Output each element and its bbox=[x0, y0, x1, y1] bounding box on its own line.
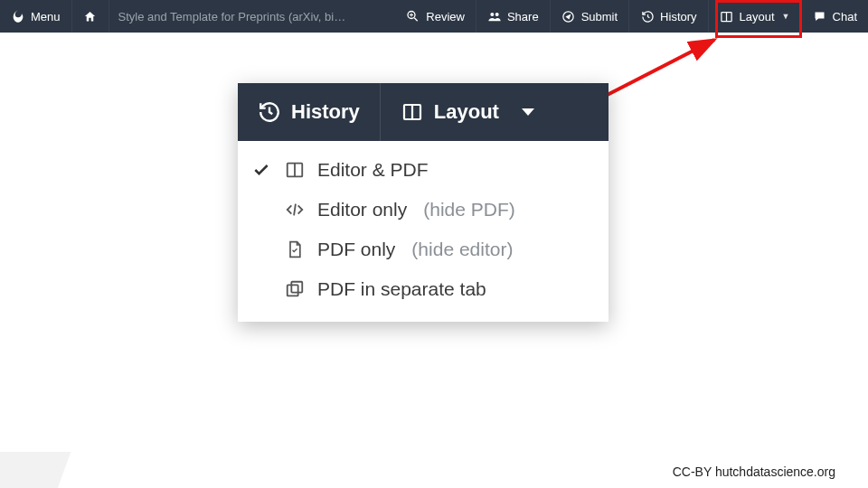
review-icon bbox=[406, 9, 420, 23]
attribution-text: CC-BY hutchdatascience.org bbox=[673, 465, 835, 479]
review-button[interactable]: Review bbox=[395, 0, 476, 33]
menu-item-editor-and-pdf[interactable]: Editor & PDF bbox=[238, 150, 609, 190]
menu-item-label: Editor & PDF bbox=[317, 159, 429, 181]
share-icon bbox=[487, 9, 502, 23]
layout-icon bbox=[401, 100, 424, 124]
svg-point-2 bbox=[495, 13, 499, 16]
project-title[interactable]: Style and Template for Preprints (arXiv,… bbox=[109, 0, 355, 33]
history-button[interactable]: History bbox=[629, 0, 708, 33]
svg-rect-12 bbox=[291, 282, 302, 293]
history-icon bbox=[258, 100, 281, 124]
split-icon bbox=[283, 160, 307, 180]
chat-label: Chat bbox=[833, 10, 857, 23]
panel-layout-tab[interactable]: Layout bbox=[381, 83, 554, 141]
decorative-shape bbox=[0, 452, 71, 488]
submit-label: Submit bbox=[581, 10, 618, 23]
menu-item-label: PDF in separate tab bbox=[317, 278, 486, 300]
share-label: Share bbox=[507, 10, 539, 23]
menu-item-pdf-only[interactable]: PDF only (hide editor) bbox=[238, 230, 609, 269]
menu-item-label: Editor only bbox=[317, 199, 407, 221]
submit-icon bbox=[561, 9, 576, 23]
home-icon bbox=[83, 9, 98, 23]
panel-layout-label: Layout bbox=[434, 100, 499, 124]
window-icon bbox=[283, 279, 307, 299]
layout-panel: History Layout Editor & PDF Edi bbox=[238, 83, 609, 322]
layout-icon bbox=[720, 9, 734, 23]
panel-history-tab[interactable]: History bbox=[238, 83, 381, 141]
chevron-down-icon bbox=[522, 108, 534, 116]
home-button[interactable] bbox=[72, 0, 109, 33]
chat-icon bbox=[813, 9, 827, 23]
svg-point-1 bbox=[490, 13, 494, 16]
menu-item-editor-only[interactable]: Editor only (hide PDF) bbox=[238, 190, 609, 230]
history-label: History bbox=[660, 10, 696, 23]
pdf-icon bbox=[283, 239, 307, 259]
menu-label: Menu bbox=[31, 10, 61, 23]
menu-item-pdf-separate-tab[interactable]: PDF in separate tab bbox=[238, 269, 609, 309]
top-toolbar: Menu Style and Template for Preprints (a… bbox=[0, 0, 868, 33]
chevron-down-icon: ▼ bbox=[782, 12, 790, 21]
menu-item-label: PDF only bbox=[317, 239, 395, 260]
panel-history-label: History bbox=[291, 100, 360, 124]
overleaf-icon bbox=[11, 9, 25, 23]
code-icon bbox=[283, 200, 307, 220]
layout-menu: Editor & PDF Editor only (hide PDF) PDF … bbox=[238, 141, 609, 322]
submit-button[interactable]: Submit bbox=[551, 0, 629, 33]
chat-button[interactable]: Chat bbox=[802, 0, 868, 33]
layout-label: Layout bbox=[740, 10, 775, 23]
panel-header: History Layout bbox=[238, 83, 609, 141]
share-button[interactable]: Share bbox=[476, 0, 551, 33]
menu-item-note: (hide PDF) bbox=[423, 199, 515, 221]
review-label: Review bbox=[426, 10, 465, 23]
menu-item-note: (hide editor) bbox=[411, 239, 513, 260]
history-icon bbox=[640, 9, 655, 23]
layout-button[interactable]: Layout ▼ bbox=[709, 0, 802, 33]
svg-rect-11 bbox=[288, 285, 298, 296]
check-icon bbox=[250, 161, 272, 179]
menu-button[interactable]: Menu bbox=[0, 0, 72, 33]
svg-line-6 bbox=[593, 40, 714, 102]
